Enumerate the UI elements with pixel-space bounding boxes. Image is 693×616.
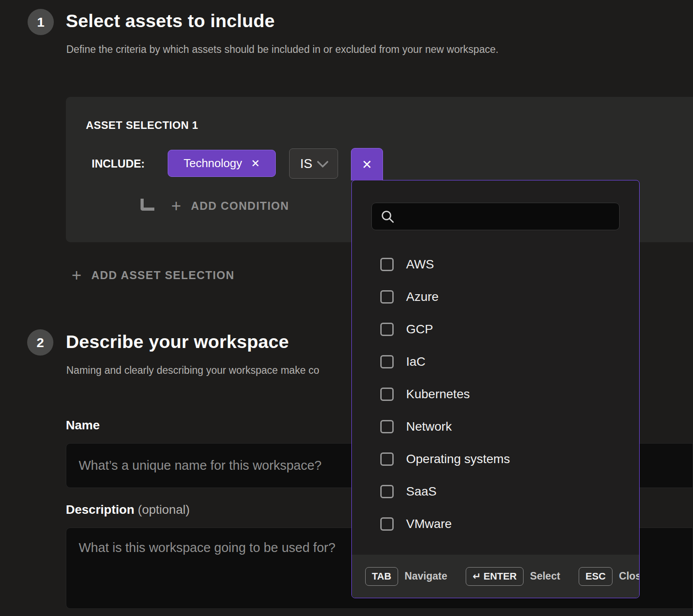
step-2-badge: 2 <box>27 329 53 356</box>
keycap: ESC <box>579 567 612 586</box>
dropdown-option-azure[interactable]: Azure <box>352 280 639 313</box>
dropdown-option-saas[interactable]: SaaS <box>352 475 639 508</box>
add-asset-selection-label: ADD ASSET SELECTION <box>91 269 234 282</box>
step-1-subtitle: Define the criteria by which assets shou… <box>66 44 499 56</box>
keycap-action-label: Select <box>530 570 560 582</box>
checkbox-icon[interactable] <box>380 485 394 498</box>
option-label: Network <box>406 420 452 434</box>
dropdown-footer: TABNavigate↵ ENTERSelectESCClose <box>352 555 639 598</box>
asset-selection-card-title: ASSET SELECTION 1 <box>86 119 198 132</box>
add-asset-selection-button[interactable]: + ADD ASSET SELECTION <box>72 267 234 284</box>
dropdown-search[interactable] <box>371 203 620 230</box>
checkbox-icon[interactable] <box>380 452 394 466</box>
dropdown-options: AWSAzureGCPIaCKubernetesNetworkOperating… <box>352 248 639 540</box>
name-field-label: Name <box>66 418 100 432</box>
chevron-down-icon <box>317 156 329 168</box>
option-label: Kubernetes <box>406 387 470 401</box>
include-label: INCLUDE: <box>92 157 145 170</box>
dropdown-option-gcp[interactable]: GCP <box>352 313 639 345</box>
technology-chip-label: Technology <box>184 156 242 170</box>
checkbox-icon[interactable] <box>380 258 394 271</box>
keycap-action-label: Navigate <box>405 570 447 582</box>
chip-remove-icon[interactable]: ✕ <box>251 158 260 169</box>
checkbox-icon[interactable] <box>380 388 394 401</box>
description-label-text: Description <box>66 503 134 516</box>
checkbox-icon[interactable] <box>380 323 394 336</box>
keycap: ↵ ENTER <box>466 567 523 586</box>
description-field-label: Description (optional) <box>66 503 190 517</box>
dropdown-option-operating-systems[interactable]: Operating systems <box>352 443 639 475</box>
nested-corner-icon <box>141 199 154 211</box>
plus-icon: + <box>171 197 181 214</box>
option-label: GCP <box>406 322 433 336</box>
search-icon <box>380 209 395 224</box>
option-label: Azure <box>406 290 439 304</box>
operator-value: IS <box>300 156 312 171</box>
create-workspace-screen: 1 Select assets to include Define the cr… <box>0 0 693 616</box>
option-label: IaC <box>406 355 426 369</box>
keyboard-hint-navigate: TABNavigate <box>365 567 466 586</box>
checkbox-icon[interactable] <box>380 290 394 304</box>
checkbox-icon[interactable] <box>380 420 394 433</box>
checkbox-icon[interactable] <box>380 517 394 531</box>
step-1-badge: 1 <box>28 9 54 35</box>
keycap-action-label: Close <box>619 570 640 582</box>
add-condition-label: ADD CONDITION <box>191 200 289 212</box>
description-optional-text: (optional) <box>138 503 190 516</box>
option-label: AWS <box>406 257 434 272</box>
keyboard-hint-select: ↵ ENTERSelect <box>466 567 579 586</box>
add-condition-button[interactable]: + ADD CONDITION <box>141 197 289 214</box>
operator-select[interactable]: IS <box>289 148 338 179</box>
technology-options-dropdown: AWSAzureGCPIaCKubernetesNetworkOperating… <box>351 180 640 598</box>
option-label: SaaS <box>406 484 437 499</box>
dropdown-option-network[interactable]: Network <box>352 410 639 443</box>
checkbox-icon[interactable] <box>380 355 394 368</box>
plus-icon: + <box>72 267 81 284</box>
dropdown-option-aws[interactable]: AWS <box>352 248 639 280</box>
dropdown-search-input[interactable] <box>401 209 611 224</box>
dropdown-close-button[interactable]: ✕ <box>351 148 383 180</box>
option-label: Operating systems <box>406 452 510 466</box>
dropdown-option-iac[interactable]: IaC <box>352 345 639 378</box>
keycap: TAB <box>365 567 398 586</box>
step-2-title: Describe your workspace <box>66 332 289 352</box>
step-1-title: Select assets to include <box>66 11 275 32</box>
dropdown-option-kubernetes[interactable]: Kubernetes <box>352 378 639 410</box>
option-label: VMware <box>406 517 452 531</box>
technology-chip[interactable]: Technology ✕ <box>168 150 276 177</box>
dropdown-option-vmware[interactable]: VMware <box>352 508 639 540</box>
keyboard-hint-close: ESCClose <box>579 567 640 586</box>
step-2-subtitle: Naming and clearly describing your works… <box>66 364 319 376</box>
